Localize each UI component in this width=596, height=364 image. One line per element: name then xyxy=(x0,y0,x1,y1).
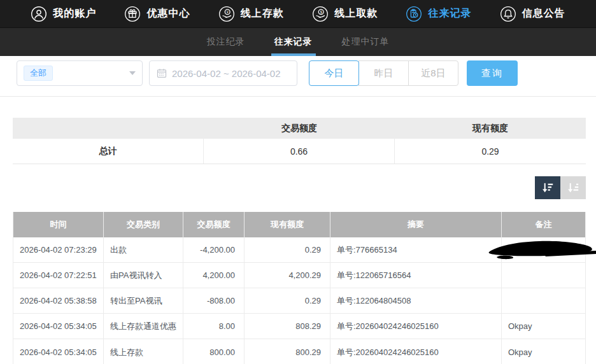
cell-summary: 单号:122065716564 xyxy=(330,263,502,288)
cell-balance: 0.29 xyxy=(245,237,330,262)
sub-navigation: 投注纪录 往来记录 处理中订单 xyxy=(0,28,596,56)
cell-summary: 单号:776665134 xyxy=(330,237,502,262)
cell-summary: 单号:202604024246025160 xyxy=(330,314,502,339)
table-row: 2026-04-02 05:34:05 线上存款通道优惠 8.00 808.29… xyxy=(13,314,585,339)
tab-label: 往来记录 xyxy=(274,36,313,48)
nav-label: 往来记录 xyxy=(428,7,471,20)
nav-item-transaction-records[interactable]: 往来记录 xyxy=(406,6,471,22)
cell-summary: 单号:202604024246025160 xyxy=(330,339,502,364)
sort-descending-icon xyxy=(541,181,555,195)
calendar-icon xyxy=(157,68,167,78)
svg-text:¥: ¥ xyxy=(226,10,229,13)
active-tab-underline xyxy=(271,53,316,56)
cell-balance: 0.29 xyxy=(245,288,330,313)
summary-transaction-total: 0.66 xyxy=(204,139,395,164)
cell-type: 出款 xyxy=(104,237,183,262)
table-header-row: 时间 交易类别 交易额度 现有额度 摘要 备注 xyxy=(13,212,585,237)
nav-item-withdrawal[interactable]: $ 线上取款 xyxy=(312,6,378,22)
sort-controls xyxy=(13,176,586,199)
sort-descending-button[interactable] xyxy=(535,176,560,199)
nav-item-deposit[interactable]: ¥ 线上存款 xyxy=(218,6,284,22)
cell-type: 转出至PA视讯 xyxy=(104,288,183,313)
cell-note: Okpay xyxy=(502,339,585,364)
sort-ascending-button[interactable] xyxy=(560,176,586,199)
col-header-note: 备注 xyxy=(502,212,585,237)
cell-time: 2026-04-02 05:38:58 xyxy=(13,288,104,313)
cell-time: 2026-04-02 05:34:05 xyxy=(13,314,104,339)
cell-note: Okpay xyxy=(502,314,585,339)
deposit-icon: ¥ xyxy=(218,6,235,22)
selected-type-tag[interactable]: 全部 xyxy=(24,66,53,81)
withdraw-icon: $ xyxy=(312,6,329,22)
today-button[interactable]: 今日 xyxy=(309,60,359,86)
cell-note xyxy=(502,288,585,313)
cell-amount: -808.00 xyxy=(183,288,245,313)
transaction-type-dropdown[interactable]: 全部 xyxy=(17,60,143,86)
col-header-balance: 现有额度 xyxy=(245,212,330,237)
cell-time: 2026-04-02 07:23:29 xyxy=(13,237,104,262)
cell-note-redacted xyxy=(502,237,585,262)
col-header-time: 时间 xyxy=(13,212,104,237)
cell-type: 由PA视讯转入 xyxy=(104,263,183,288)
tab-transaction-records[interactable]: 往来记录 xyxy=(271,28,316,56)
cell-time: 2026-04-02 05:34:05 xyxy=(13,339,104,364)
table-row: 2026-04-02 05:38:58 转出至PA视讯 -808.00 0.29… xyxy=(13,288,585,314)
last-8-days-button[interactable]: 近8日 xyxy=(408,60,458,86)
transactions-table: 时间 交易类别 交易额度 现有额度 摘要 备注 2026-04-02 07:23… xyxy=(13,212,586,364)
col-header-amount: 交易额度 xyxy=(183,212,245,237)
col-header-summary: 摘要 xyxy=(330,212,502,237)
chevron-down-icon xyxy=(129,71,136,75)
cell-amount: 8.00 xyxy=(183,314,245,339)
quick-range-group: 今日 昨日 近8日 xyxy=(309,60,458,86)
nav-label: 线上存款 xyxy=(241,7,284,20)
yesterday-button[interactable]: 昨日 xyxy=(358,60,409,86)
gift-icon xyxy=(124,6,141,22)
summary-table: 交易额度 现有额度 总计 0.66 0.29 xyxy=(13,118,586,164)
summary-header-transaction-amount: 交易额度 xyxy=(204,118,395,139)
date-range-input[interactable]: 2026-04-02 ~ 2026-04-02 xyxy=(149,60,297,86)
sort-ascending-icon xyxy=(566,181,580,195)
records-icon xyxy=(406,6,422,22)
cell-summary: 单号:122064804508 xyxy=(330,288,502,313)
nav-label: 线上取款 xyxy=(334,7,378,20)
cell-balance: 800.29 xyxy=(245,339,330,364)
nav-label: 优惠中心 xyxy=(146,7,190,20)
nav-item-promotions[interactable]: 优惠中心 xyxy=(124,6,190,22)
summary-header-current-balance: 现有额度 xyxy=(395,118,586,139)
summary-header-row: 交易额度 现有额度 xyxy=(13,118,586,139)
tab-betting-records[interactable]: 投注纪录 xyxy=(204,28,248,56)
cell-note xyxy=(502,263,585,288)
cell-type: 线上存款通道优惠 xyxy=(104,314,183,339)
table-row: 2026-04-02 05:34:05 线上存款 800.00 800.29 单… xyxy=(13,339,585,364)
nav-item-announcements[interactable]: 信息公告 xyxy=(500,6,565,22)
top-navigation: 我的账户 优惠中心 ¥ 线上存款 $ xyxy=(0,0,596,28)
user-icon xyxy=(31,6,47,22)
search-button[interactable]: 查询 xyxy=(467,60,518,86)
date-range-value: 2026-04-02 ~ 2026-04-02 xyxy=(172,68,281,79)
tab-label: 处理中订单 xyxy=(342,36,390,48)
tab-processing-orders[interactable]: 处理中订单 xyxy=(339,28,393,56)
cell-type: 线上存款 xyxy=(104,339,183,364)
nav-item-my-account[interactable]: 我的账户 xyxy=(31,6,96,22)
summary-balance-total: 0.29 xyxy=(395,139,586,164)
summary-total-row: 总计 0.66 0.29 xyxy=(13,139,586,164)
tab-label: 投注纪录 xyxy=(207,36,245,48)
cell-amount: 4,200.00 xyxy=(183,263,245,288)
cell-balance: 4,200.29 xyxy=(245,263,330,288)
summary-header-empty xyxy=(13,118,204,139)
nav-label: 我的账户 xyxy=(53,7,96,20)
cell-amount: 800.00 xyxy=(183,339,245,364)
nav-label: 信息公告 xyxy=(522,7,565,20)
announcement-icon xyxy=(500,6,516,22)
cell-time: 2026-04-02 07:22:51 xyxy=(13,263,104,288)
table-row: 2026-04-02 07:22:51 由PA视讯转入 4,200.00 4,2… xyxy=(13,263,585,288)
summary-total-label: 总计 xyxy=(13,139,204,164)
cell-amount: -4,200.00 xyxy=(183,237,245,262)
transaction-records-page: 我的账户 优惠中心 ¥ 线上存款 $ xyxy=(0,0,596,364)
col-header-type: 交易类别 xyxy=(104,212,183,237)
table-row: 2026-04-02 07:23:29 出款 -4,200.00 0.29 单号… xyxy=(13,237,585,263)
filter-bar: 全部 2026-04-02 ~ 2026-04-02 今日 昨日 近8日 查询 xyxy=(0,56,596,97)
svg-text:$: $ xyxy=(320,10,322,13)
cell-balance: 808.29 xyxy=(245,314,330,339)
